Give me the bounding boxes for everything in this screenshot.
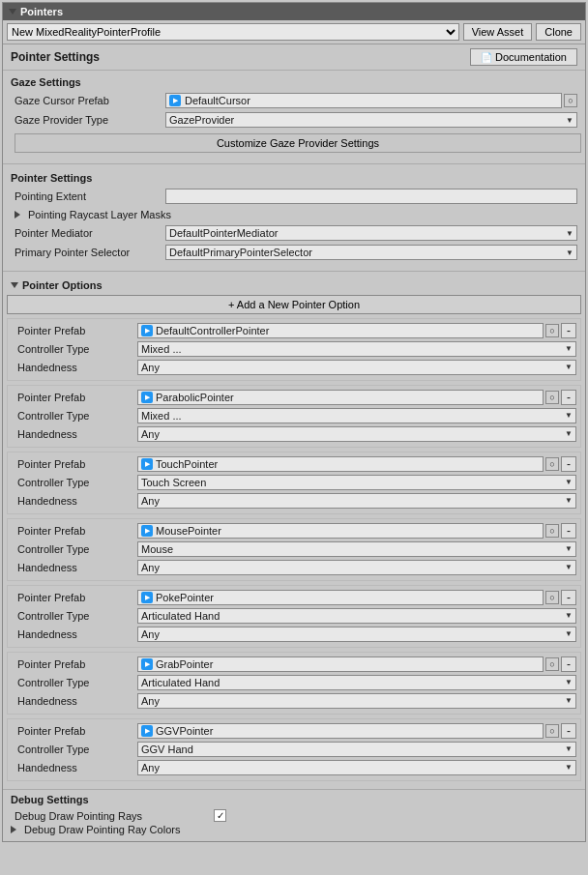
group6-handedness-select[interactable]: Any ▼ — [137, 760, 576, 775]
gaze-cursor-input[interactable]: ▶ DefaultCursor — [165, 93, 562, 108]
group0-controller-select[interactable]: Mixed ... ▼ — [137, 341, 576, 357]
group2-controller-select[interactable]: Touch Screen ▼ — [137, 475, 576, 490]
group6-controller-row: Controller Type GGV Hand ▼ — [12, 741, 576, 757]
group0-handedness-row: Handedness Any ▼ — [12, 359, 576, 375]
group2-handedness-value: Any ▼ — [137, 493, 576, 509]
pointing-extent-row: Pointing Extent 10 — [11, 188, 577, 205]
group3-prefab-label: Pointer Prefab — [12, 525, 137, 537]
pointer-options-expand-icon[interactable] — [11, 282, 18, 288]
group4-remove-btn[interactable]: - — [561, 590, 576, 605]
group0-prefab-value: ▶ DefaultControllerPointer ○ - — [137, 323, 576, 338]
group3-handedness-select[interactable]: Any ▼ — [137, 560, 576, 575]
group0-prefab-input[interactable]: ▶ DefaultControllerPointer — [137, 323, 544, 338]
mediator-value: DefaultPointerMediator ▼ — [165, 225, 577, 241]
group4-prefab-input[interactable]: ▶ PokePointer — [137, 590, 544, 605]
group1-prefab-input[interactable]: ▶ ParabolicPointer — [137, 390, 544, 405]
group6-picker-btn[interactable]: ○ — [545, 724, 559, 738]
group4-prefab-row: Pointer Prefab ▶ PokePointer ○ - — [12, 589, 576, 605]
group3-picker-btn[interactable]: ○ — [545, 524, 559, 538]
group6-prefab-label: Pointer Prefab — [12, 725, 137, 737]
mediator-arrow: ▼ — [566, 229, 573, 238]
gaze-provider-select[interactable]: GazeProvider ▼ — [165, 112, 577, 128]
group2-picker-btn[interactable]: ○ — [545, 457, 559, 471]
group2-handedness-select[interactable]: Any ▼ — [137, 493, 576, 509]
gaze-settings-title: Gaze Settings — [11, 76, 577, 88]
cursor-unity-icon: ▶ — [169, 95, 181, 106]
group3-prefab-input[interactable]: ▶ MousePointer — [137, 523, 544, 539]
primary-selector-arrow: ▼ — [566, 248, 573, 257]
mediator-select[interactable]: DefaultPointerMediator ▼ — [165, 225, 577, 241]
group6-remove-btn[interactable]: - — [561, 723, 576, 739]
group6-prefab-input[interactable]: ▶ GGVPointer — [137, 723, 544, 739]
group4-picker-btn[interactable]: ○ — [545, 591, 559, 604]
g4-hand-arrow: ▼ — [565, 629, 573, 638]
g3-unity-icon: ▶ — [141, 525, 153, 537]
g5-ctrl-arrow: ▼ — [565, 678, 573, 686]
view-asset-button[interactable]: View Asset — [463, 23, 533, 41]
documentation-button[interactable]: 📄 Documentation — [470, 48, 577, 66]
profile-select[interactable]: New MixedRealityPointerProfile — [7, 23, 459, 41]
g6-ctrl-arrow: ▼ — [565, 744, 573, 753]
group4-controller-select[interactable]: Articulated Hand ▼ — [137, 608, 576, 624]
group1-picker-btn[interactable]: ○ — [545, 391, 559, 404]
group1-remove-btn[interactable]: - — [561, 390, 576, 405]
raycast-expand-icon[interactable] — [15, 211, 20, 219]
pointer-settings-title: Pointer Settings — [11, 50, 100, 64]
group2-prefab-row: Pointer Prefab ▶ TouchPointer ○ - — [12, 455, 576, 472]
group3-handedness-row: Handedness Any ▼ — [12, 559, 576, 575]
g0-hand-arrow: ▼ — [565, 363, 573, 371]
pointer-group-4: Pointer Prefab ▶ PokePointer ○ - Control… — [7, 585, 581, 648]
add-pointer-button[interactable]: + Add a New Pointer Option — [7, 295, 581, 314]
group6-controller-select[interactable]: GGV Hand ▼ — [137, 742, 576, 757]
group3-remove-btn[interactable]: - — [561, 523, 576, 539]
group4-handedness-label: Handedness — [12, 628, 137, 640]
group5-remove-btn[interactable]: - — [561, 656, 576, 672]
group6-handedness-value: Any ▼ — [137, 760, 576, 775]
group4-handedness-select[interactable]: Any ▼ — [137, 627, 576, 642]
group1-handedness-value: Any ▼ — [137, 426, 576, 442]
group5-controller-label: Controller Type — [12, 677, 137, 688]
group1-handedness-select[interactable]: Any ▼ — [137, 426, 576, 442]
group5-handedness-select[interactable]: Any ▼ — [137, 693, 576, 709]
primary-selector-select[interactable]: DefaultPrimaryPointerSelector ▼ — [165, 245, 577, 260]
group3-controller-label: Controller Type — [12, 543, 137, 555]
pointing-extent-value: 10 — [165, 189, 577, 204]
customize-gaze-button[interactable]: Customize Gaze Provider Settings — [15, 133, 581, 153]
group3-controller-select[interactable]: Mouse ▼ — [137, 541, 576, 557]
top-bar: New MixedRealityPointerProfile View Asse… — [3, 20, 585, 44]
clone-button[interactable]: Clone — [536, 23, 581, 41]
group1-prefab-row: Pointer Prefab ▶ ParabolicPointer ○ - — [12, 389, 576, 405]
group0-remove-btn[interactable]: - — [561, 323, 576, 338]
group3-handedness-label: Handedness — [12, 562, 137, 573]
group0-picker-btn[interactable]: ○ — [545, 324, 559, 337]
cursor-picker-button[interactable]: ○ — [564, 94, 577, 107]
group4-prefab-value: ▶ PokePointer ○ - — [137, 590, 576, 605]
pointing-extent-input[interactable]: 10 — [165, 189, 577, 204]
group2-handedness-row: Handedness Any ▼ — [12, 492, 576, 509]
debug-colors-expand-icon[interactable] — [11, 826, 16, 833]
group5-prefab-input[interactable]: ▶ GrabPointer — [137, 656, 544, 672]
group4-controller-label: Controller Type — [12, 610, 137, 622]
provider-arrow: ▼ — [566, 116, 573, 125]
primary-selector-row: Primary Pointer Selector DefaultPrimaryP… — [11, 244, 577, 261]
group2-prefab-value: ▶ TouchPointer ○ - — [137, 456, 576, 472]
debug-rays-checkbox[interactable] — [214, 809, 226, 822]
group1-controller-select[interactable]: Mixed ... ▼ — [137, 408, 576, 423]
group5-controller-select[interactable]: Articulated Hand ▼ — [137, 675, 576, 690]
group2-prefab-input[interactable]: ▶ TouchPointer — [137, 456, 544, 472]
primary-selector-label: Primary Pointer Selector — [11, 247, 165, 258]
group0-prefab-label: Pointer Prefab — [12, 325, 137, 336]
group2-remove-btn[interactable]: - — [561, 456, 576, 472]
pointing-extent-label: Pointing Extent — [11, 190, 165, 202]
raycast-row: Pointing Raycast Layer Masks — [11, 207, 577, 222]
group1-controller-label: Controller Type — [12, 410, 137, 422]
g6-hand-arrow: ▼ — [565, 763, 573, 772]
group5-picker-btn[interactable]: ○ — [545, 657, 559, 671]
group0-controller-row: Controller Type Mixed ... ▼ — [12, 340, 576, 357]
g4-unity-icon: ▶ — [141, 592, 153, 603]
collapse-icon[interactable] — [9, 9, 16, 15]
group0-handedness-select[interactable]: Any ▼ — [137, 360, 576, 375]
debug-colors-row: Debug Draw Pointing Ray Colors — [11, 824, 577, 835]
g5-hand-arrow: ▼ — [565, 696, 573, 705]
mediator-label: Pointer Mediator — [11, 227, 165, 239]
